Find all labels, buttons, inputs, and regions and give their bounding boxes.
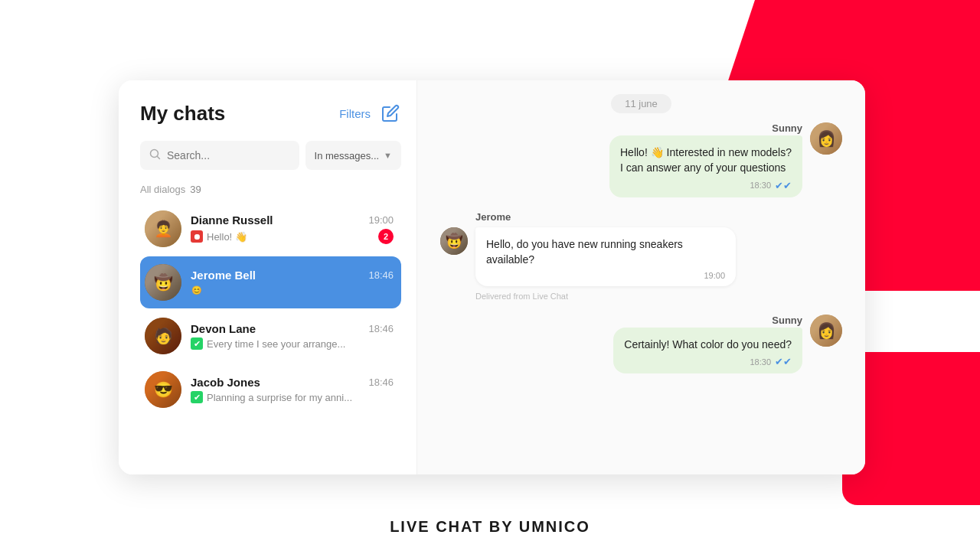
chat-name-row: Dianne Russell 19:00 (191, 214, 394, 227)
chat-preview: ⏺ Hello! 👋 (191, 230, 247, 243)
chat-info-dianne: Dianne Russell 19:00 ⏺ Hello! 👋 2 (191, 214, 394, 244)
whatsapp-icon: ✔ (191, 391, 203, 403)
message-bubble: Certainly! What color do you need? 18:30… (613, 328, 802, 373)
read-receipt-icon: ✔✔ (775, 180, 792, 191)
chat-name-row: Jacob Jones 18:46 (191, 376, 394, 389)
chat-preview-row: 😊 (191, 284, 394, 296)
smiley-icon: 😊 (191, 284, 203, 296)
chat-name: Dianne Russell (191, 214, 273, 227)
chat-name-row: Jerome Bell 18:46 (191, 269, 394, 282)
chat-name: Devon Lane (191, 322, 256, 335)
filter-dropdown[interactable]: In messages... ▼ (305, 141, 401, 170)
chat-preview: 😊 (191, 284, 203, 296)
unread-badge: 2 (378, 229, 394, 244)
read-receipt-icon: ✔✔ (775, 356, 792, 367)
message-outgoing-2: Sunny Certainly! What color do you need?… (440, 315, 842, 373)
chat-info-jacob: Jacob Jones 18:46 ✔ Planning a surprise … (191, 376, 394, 403)
chat-item-devon-lane[interactable]: 🧑 Devon Lane 18:46 ✔ Every time I see yo… (140, 310, 401, 362)
chat-preview: ✔ Planning a surprise for my anni... (191, 391, 352, 403)
message-meta: 18:30 ✔✔ (620, 180, 792, 191)
message-time: 18:30 (750, 181, 771, 190)
footer-label: LIVE CHAT BY UMNICO (0, 518, 980, 536)
msg-row: Sunny Hello! 👋 Interested in new models?… (609, 122, 842, 197)
message-bubble: Hello! 👋 Interested in new models?I can … (609, 135, 802, 197)
chat-time: 18:46 (368, 377, 394, 388)
messages-area: Sunny Hello! 👋 Interested in new models?… (417, 122, 865, 474)
chat-time: 18:46 (368, 323, 394, 334)
avatar-sunny-2: 👩 (810, 315, 842, 347)
sidebar-title: My chats (140, 102, 225, 126)
chat-preview-row: ✔ Every time I see your arrange... (191, 337, 394, 350)
message-meta: 18:30 ✔✔ (624, 356, 792, 367)
chat-info-devon: Devon Lane 18:46 ✔ Every time I see your… (191, 322, 394, 350)
avatar-jerome-small: 🤠 (440, 227, 468, 255)
message-text: Hello! 👋 Interested in new models?I can … (620, 145, 792, 176)
message-bubble: Hello, do you have new running sneakers … (475, 227, 736, 287)
avatar-sunny: 👩 (810, 122, 842, 155)
message-source: Delivered from Live Chat (440, 292, 568, 301)
sidebar-header-actions: Filters (339, 104, 401, 124)
chat-name: Jerome Bell (191, 269, 256, 282)
all-dialogs-label: All dialogs 39 (140, 184, 401, 195)
search-icon (149, 148, 161, 163)
sender-name: Sunny (772, 315, 802, 326)
search-input[interactable] (167, 149, 290, 161)
chat-item-jacob-jones[interactable]: 😎 Jacob Jones 18:46 ✔ Planning a surpris… (140, 364, 401, 416)
message-incoming-1: Jerome 🤠 Hello, do you have new running … (440, 211, 842, 302)
search-row: In messages... ▼ (140, 141, 401, 170)
chat-info-jerome: Jerome Bell 18:46 😊 (191, 269, 394, 296)
chat-name-row: Devon Lane 18:46 (191, 322, 394, 335)
chat-time: 18:46 (368, 269, 394, 281)
avatar-jacob: 😎 (145, 371, 181, 408)
sidebar: My chats Filters (119, 80, 417, 474)
main-card: My chats Filters (119, 80, 865, 474)
msg-row: Sunny Certainly! What color do you need?… (613, 315, 842, 373)
avatar-dianne: 🧑‍🦱 (145, 210, 181, 247)
date-badge: 11 june (611, 94, 671, 113)
dialogs-count: 39 (190, 184, 201, 195)
filters-button[interactable]: Filters (339, 107, 371, 120)
chat-time: 19:00 (368, 214, 394, 226)
chat-item-jerome-bell[interactable]: 🤠 Jerome Bell 18:46 😊 (140, 256, 401, 308)
avatar-jerome: 🤠 (145, 264, 181, 301)
chat-preview-row: ✔ Planning a surprise for my anni... (191, 391, 394, 403)
record-icon: ⏺ (191, 230, 203, 243)
compose-icon[interactable] (381, 104, 401, 124)
filter-dropdown-label: In messages... (315, 150, 380, 161)
chat-panel-header: 11 june (417, 80, 865, 122)
sender-name: Jerome (440, 211, 511, 223)
chevron-down-icon: ▼ (384, 151, 392, 160)
sidebar-header: My chats Filters (140, 102, 401, 126)
message-meta: 19:00 (486, 271, 725, 280)
chat-name: Jacob Jones (191, 376, 260, 389)
message-time: 19:00 (704, 271, 725, 280)
message-text: Hello, do you have new running sneakers … (486, 236, 725, 268)
message-text: Certainly! What color do you need? (624, 337, 792, 352)
whatsapp-icon: ✔ (191, 337, 203, 350)
avatar-devon: 🧑 (145, 318, 181, 354)
message-outgoing-1: Sunny Hello! 👋 Interested in new models?… (440, 122, 842, 197)
search-box (140, 141, 299, 170)
sender-name: Sunny (772, 122, 802, 134)
chat-preview-row: ⏺ Hello! 👋 2 (191, 229, 394, 244)
chat-list: 🧑‍🦱 Dianne Russell 19:00 ⏺ Hello! 👋 2 (140, 203, 401, 417)
message-time: 18:30 (750, 357, 771, 367)
chat-panel: 11 june Sunny Hello! 👋 Interested in new… (417, 80, 865, 474)
msg-row: 🤠 Hello, do you have new running sneaker… (440, 227, 736, 287)
chat-preview: ✔ Every time I see your arrange... (191, 337, 345, 350)
chat-item-dianne-russell[interactable]: 🧑‍🦱 Dianne Russell 19:00 ⏺ Hello! 👋 2 (140, 203, 401, 255)
